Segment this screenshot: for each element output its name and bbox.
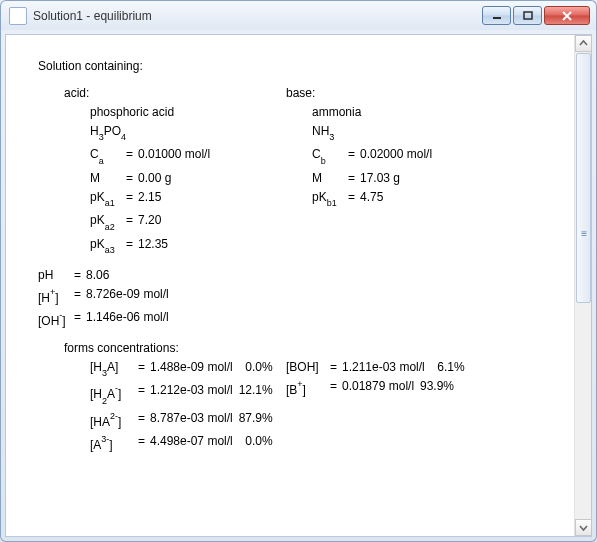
- forms-block: forms concentrations: [H3A] = 1.488e-09 …: [38, 339, 564, 455]
- scrollbar-thumb[interactable]: [576, 53, 591, 303]
- forms-b1: [B+] = 0.01879 mol/l 93.9%: [286, 377, 564, 400]
- acid-ca-value: 0.01000 mol/l: [138, 145, 210, 168]
- minimize-icon: [492, 11, 502, 21]
- forms-label: forms concentrations:: [64, 339, 564, 358]
- base-cb-value: 0.02000 mol/l: [360, 145, 432, 168]
- scrollbar-down-button[interactable]: [575, 519, 592, 536]
- acid-column: acid: phosphoric acid H3PO4 Ca = 0.01000…: [38, 84, 286, 258]
- forms-columns: [H3A] = 1.488e-09 mol/l 0.0% [H2A-] = 1.…: [38, 358, 564, 455]
- acid-pka3: pKa3 = 12.35: [90, 235, 286, 258]
- client-frame: Solution containing: acid: phosphoric ac…: [0, 30, 597, 542]
- maximize-icon: [523, 11, 533, 21]
- svg-rect-1: [524, 12, 532, 19]
- base-m: M = 17.03 g: [312, 169, 564, 188]
- base-formula: NH3: [312, 122, 564, 145]
- hplus-row: [H+] = 8.726e-09 mol/l: [38, 285, 564, 308]
- base-column: base: ammonia NH3 Cb = 0.02000 mol/l M =…: [286, 84, 564, 258]
- forms-a2: [HA2-] = 8.787e-03 mol/l 87.9%: [90, 409, 286, 432]
- acid-pka1: pKa1 = 2.15: [90, 188, 286, 211]
- base-pkb1: pKb1 = 4.75: [312, 188, 564, 211]
- heading: Solution containing:: [38, 57, 564, 76]
- acid-formula: H3PO4: [90, 122, 286, 145]
- base-label: base:: [286, 84, 564, 103]
- forms-b0: [BOH] = 1.211e-03 mol/l 6.1%: [286, 358, 564, 377]
- chevron-down-icon: [579, 523, 588, 532]
- window-title: Solution1 - equilibrium: [33, 9, 482, 23]
- minimize-button[interactable]: [482, 6, 511, 25]
- maximize-button[interactable]: [513, 6, 542, 25]
- solution-props: pH = 8.06 [H+] = 8.726e-09 mol/l [OH-] =…: [38, 266, 564, 331]
- ph-value: 8.06: [86, 266, 109, 285]
- svg-line-2: [563, 12, 571, 20]
- forms-a1: [H2A-] = 1.212e-03 mol/l 12.1%: [90, 381, 286, 408]
- window-buttons: [482, 6, 590, 25]
- base-name: ammonia: [312, 103, 564, 122]
- acid-m: M = 0.00 g: [90, 169, 286, 188]
- base-m-value: 17.03 g: [360, 169, 400, 188]
- acid-pka2: pKa2 = 7.20: [90, 211, 286, 234]
- report: Solution containing: acid: phosphoric ac…: [6, 35, 574, 536]
- title-bar: Solution1 - equilibrium: [0, 0, 597, 30]
- acid-label: acid:: [64, 84, 286, 103]
- hplus-value: 8.726e-09 mol/l: [86, 285, 169, 308]
- client-area: Solution containing: acid: phosphoric ac…: [5, 34, 592, 537]
- scrollbar-mid-mark: ≡: [581, 228, 587, 239]
- acid-ca: Ca = 0.01000 mol/l: [90, 145, 286, 168]
- forms-acid-col: [H3A] = 1.488e-09 mol/l 0.0% [H2A-] = 1.…: [38, 358, 286, 455]
- ohminus-row: [OH-] = 1.146e-06 mol/l: [38, 308, 564, 331]
- acid-base-columns: acid: phosphoric acid H3PO4 Ca = 0.01000…: [38, 84, 564, 258]
- scrollbar-up-button[interactable]: [575, 35, 592, 52]
- base-cb: Cb = 0.02000 mol/l: [312, 145, 564, 168]
- close-button[interactable]: [544, 6, 590, 25]
- chevron-up-icon: [579, 39, 588, 48]
- forms-a0: [H3A] = 1.488e-09 mol/l 0.0%: [90, 358, 286, 381]
- acid-name: phosphoric acid: [90, 103, 286, 122]
- forms-a3: [A3-] = 4.498e-07 mol/l 0.0%: [90, 432, 286, 455]
- forms-base-col: [BOH] = 1.211e-03 mol/l 6.1% [B+] = 0.01…: [286, 358, 564, 455]
- ohminus-value: 1.146e-06 mol/l: [86, 308, 169, 331]
- acid-m-value: 0.00 g: [138, 169, 171, 188]
- app-icon: [9, 7, 27, 25]
- ph-row: pH = 8.06: [38, 266, 564, 285]
- svg-line-3: [563, 12, 571, 20]
- scrollbar-track[interactable]: ≡: [574, 35, 591, 536]
- close-icon: [561, 11, 573, 21]
